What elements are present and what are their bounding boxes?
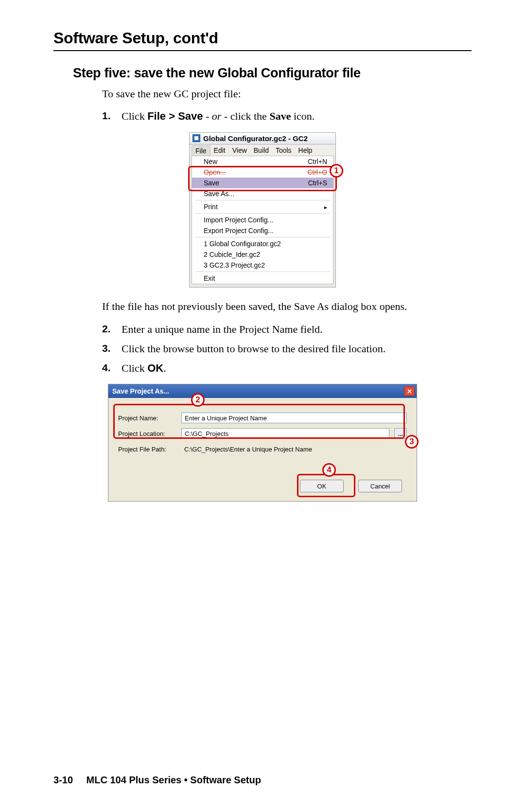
- row-project-location: Project Location: C:\GC_Projects ...: [118, 428, 407, 439]
- menu-item-print[interactable]: Print: [192, 201, 333, 212]
- menu-item-accel: Ctrl+N: [308, 158, 327, 165]
- step-3: 3. Click the browse button to browse to …: [102, 342, 418, 356]
- field-project-name[interactable]: Enter a Unique Project Name: [181, 413, 407, 423]
- dialog-title: Save Project As...: [112, 387, 169, 395]
- step-number: 2.: [102, 322, 113, 337]
- app-icon: [192, 134, 200, 142]
- menu-item-export[interactable]: Export Project Config...: [192, 225, 333, 236]
- step4-ok: OK: [147, 362, 163, 374]
- page-number: 3-10: [53, 775, 73, 785]
- step-heading: Step five: save the new Global Configura…: [73, 66, 472, 81]
- step-1: 1. Click File > Save - or - click the Sa…: [102, 109, 418, 124]
- menu-item-label: Open...: [204, 168, 226, 176]
- field-value: C:\GC_Projects: [185, 430, 228, 437]
- step2-text: Enter a unique name in the Project Name …: [122, 322, 323, 337]
- step1-or: or: [212, 110, 222, 122]
- menu-item-label: Print: [204, 203, 218, 211]
- step1-text-e: - click the: [221, 110, 269, 122]
- menu-edit[interactable]: Edit: [210, 145, 229, 156]
- step-number: 1.: [102, 109, 113, 124]
- row-project-name: Project Name: Enter a Unique Project Nam…: [118, 413, 407, 423]
- step-4: 4. Click OK.: [102, 361, 418, 376]
- menu-item-label: Import Project Config...: [204, 216, 273, 224]
- menu-separator: [195, 271, 330, 272]
- section-header: Software Setup, cont'd: [53, 29, 472, 47]
- menu-item-label: New: [204, 158, 217, 165]
- menu-item-new[interactable]: NewCtrl+N: [192, 156, 333, 167]
- file-menu-screenshot: Global Configurator.gc2 - GC2 File Edit …: [189, 132, 336, 288]
- dialog-titlebar: Save Project As... ✕: [108, 384, 417, 398]
- step-number: 4.: [102, 361, 113, 376]
- menu-tools[interactable]: Tools: [272, 145, 295, 156]
- footer-title: MLC 104 Plus Series • Software Setup: [87, 775, 261, 785]
- step4-text-a: Click: [122, 362, 147, 374]
- cancel-button[interactable]: Cancel: [358, 480, 402, 492]
- label-project-location: Project Location:: [118, 430, 176, 437]
- save-as-dialog-screenshot: Save Project As... ✕ Project Name: Enter…: [108, 384, 417, 502]
- menu-item-accel: Ctrl+S: [308, 179, 327, 187]
- menu-item-save[interactable]: SaveCtrl+S: [192, 178, 333, 188]
- step-number: 3.: [102, 342, 113, 356]
- step1-text-a: Click: [122, 110, 147, 122]
- close-button[interactable]: ✕: [404, 386, 415, 396]
- step1-text-c: -: [203, 110, 212, 122]
- menu-item-label: 1 Global Configurator.gc2: [204, 240, 281, 248]
- ok-button[interactable]: OK: [300, 480, 344, 492]
- menu-separator: [195, 200, 330, 200]
- field-project-path: C:\GC_Projects\Enter a Unique Project Na…: [181, 444, 407, 454]
- menu-item-label: 3 GC2.3 Project.gc2: [204, 261, 265, 269]
- menu-item-recent2[interactable]: 2 Cubicle_Ider.gc2: [192, 249, 333, 260]
- menu-view[interactable]: View: [229, 145, 250, 156]
- menu-item-exit[interactable]: Exit: [192, 273, 333, 284]
- field-project-location[interactable]: C:\GC_Projects: [181, 428, 389, 439]
- menu-item-recent3[interactable]: 3 GC2.3 Project.gc2: [192, 260, 333, 271]
- submenu-arrow-icon: [324, 203, 327, 211]
- label-project-path: Project File Path:: [118, 446, 176, 453]
- field-value: C:\GC_Projects\Enter a Unique Project Na…: [184, 446, 312, 453]
- menu-item-accel: Ctrl+O: [307, 168, 327, 176]
- row-project-path: Project File Path: C:\GC_Projects\Enter …: [118, 444, 407, 454]
- window-titlebar: Global Configurator.gc2 - GC2: [190, 133, 335, 144]
- menu-item-label: Exit: [204, 274, 215, 282]
- step1-file-save: File > Save: [147, 110, 203, 122]
- menu-item-import[interactable]: Import Project Config...: [192, 215, 333, 225]
- step1-text-g: icon.: [291, 110, 315, 122]
- step-2: 2. Enter a unique name in the Project Na…: [102, 322, 418, 337]
- label-project-name: Project Name:: [118, 415, 176, 422]
- menu-file[interactable]: File: [192, 145, 210, 156]
- menu-item-recent1[interactable]: 1 Global Configurator.gc2: [192, 238, 333, 249]
- file-dropdown: NewCtrl+N Open...Ctrl+O SaveCtrl+S Save …: [192, 156, 333, 284]
- menubar: File Edit View Build Tools Help: [190, 144, 335, 156]
- page-footer: 3-10 MLC 104 Plus Series • Software Setu…: [53, 775, 261, 786]
- save-as-paragraph: If the file has not previously been save…: [102, 299, 418, 314]
- section-rule: [53, 50, 472, 51]
- step1-save: Save: [269, 110, 291, 122]
- step4-text-c: .: [163, 362, 166, 374]
- window-title: Global Configurator.gc2 - GC2: [203, 134, 308, 143]
- menu-item-label: 2 Cubicle_Ider.gc2: [204, 251, 260, 258]
- menu-separator: [195, 213, 330, 214]
- menu-item-label: Save: [204, 179, 219, 187]
- menu-build[interactable]: Build: [250, 145, 272, 156]
- menu-item-label: Export Project Config...: [204, 227, 274, 235]
- field-value: Enter a Unique Project Name: [185, 415, 267, 422]
- menu-separator: [195, 237, 330, 237]
- callout-1: 1: [330, 164, 343, 178]
- menu-help[interactable]: Help: [295, 145, 316, 156]
- intro-text: To save the new GC project file:: [102, 88, 472, 100]
- browse-button[interactable]: ...: [394, 428, 407, 439]
- menu-item-save-as[interactable]: Save As...: [192, 188, 333, 199]
- step3-text: Click the browse button to browse to the…: [122, 342, 385, 356]
- menu-item-label: Save As...: [204, 190, 234, 198]
- menu-item-open[interactable]: Open...Ctrl+O: [192, 167, 333, 178]
